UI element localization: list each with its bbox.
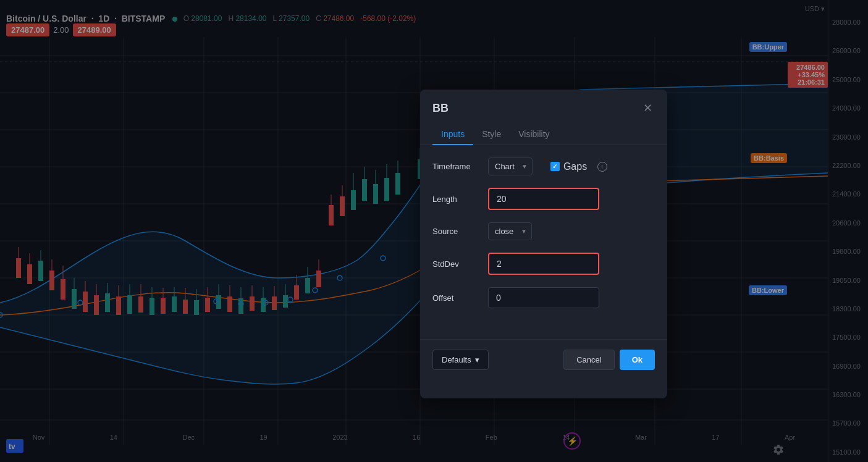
timeframe-select[interactable]: Chart: [488, 158, 533, 175]
tab-style[interactable]: Style: [473, 124, 510, 145]
ok-button[interactable]: Ok: [620, 350, 655, 370]
gaps-checkbox-container: Gaps i: [550, 161, 607, 172]
length-row: Length: [432, 188, 655, 210]
timeframe-select-wrapper: Chart ▼: [488, 158, 533, 175]
offset-input[interactable]: [488, 287, 599, 308]
timeframe-label: Timeframe: [432, 162, 482, 171]
modal-overlay: BB ✕ Inputs Style Visibility Timeframe C…: [0, 0, 868, 462]
length-label: Length: [432, 195, 482, 204]
tab-visibility[interactable]: Visibility: [510, 124, 558, 145]
dialog-body: Timeframe Chart ▼ Gaps i Length: [420, 145, 667, 333]
defaults-button[interactable]: Defaults ▾: [432, 350, 489, 370]
stddev-input[interactable]: [488, 253, 599, 275]
source-select[interactable]: close open high low: [488, 222, 532, 240]
defaults-chevron-icon: ▾: [475, 355, 479, 364]
gaps-checkbox[interactable]: [550, 162, 560, 171]
dialog-close-button[interactable]: ✕: [640, 101, 655, 116]
dialog-footer: Defaults ▾ Cancel Ok: [420, 339, 667, 380]
footer-right-buttons: Cancel Ok: [563, 350, 655, 370]
length-input[interactable]: [488, 188, 599, 210]
source-label: Source: [432, 227, 482, 236]
dialog-tabs: Inputs Style Visibility: [420, 124, 667, 145]
gaps-label: Gaps: [563, 161, 587, 172]
dialog-title: BB: [432, 102, 449, 115]
offset-label: Offset: [432, 293, 482, 303]
gaps-info-icon[interactable]: i: [597, 162, 607, 172]
stddev-row: StdDev: [432, 253, 655, 275]
dialog-header: BB ✕: [420, 90, 667, 116]
cancel-button[interactable]: Cancel: [563, 350, 614, 370]
offset-row: Offset: [432, 287, 655, 308]
stddev-label: StdDev: [432, 259, 482, 269]
source-row: Source close open high low ▼: [432, 222, 655, 240]
tab-inputs[interactable]: Inputs: [432, 124, 473, 145]
timeframe-row: Timeframe Chart ▼ Gaps i: [432, 158, 655, 175]
bb-settings-dialog: BB ✕ Inputs Style Visibility Timeframe C…: [420, 90, 667, 398]
source-select-wrapper: close open high low ▼: [488, 222, 532, 240]
